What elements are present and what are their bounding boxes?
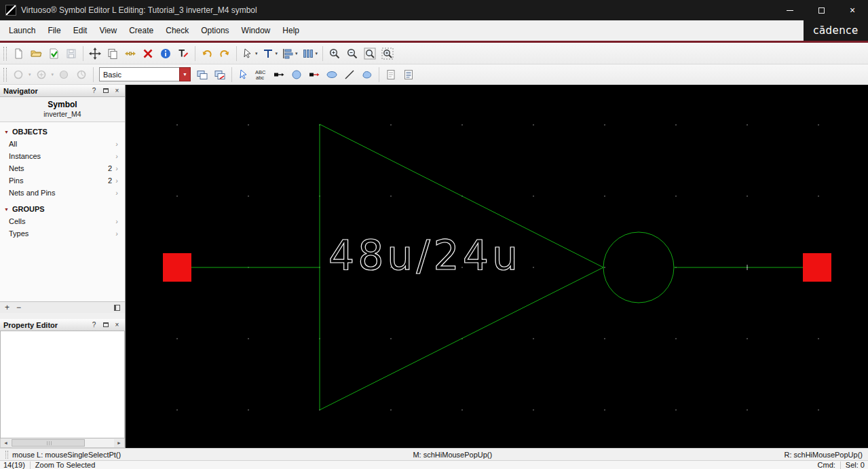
history-circle-button-3[interactable] — [55, 66, 73, 83]
scrollbar-thumb[interactable] — [12, 439, 85, 447]
expand-arrow-icon[interactable]: › — [112, 217, 121, 225]
cell-name[interactable]: inverter_M4 — [0, 110, 125, 118]
pin-red-button[interactable] — [305, 66, 323, 83]
menu-window[interactable]: Window — [235, 20, 277, 41]
maximize-icon — [818, 7, 825, 14]
expand-arrow-icon[interactable]: › — [112, 176, 121, 185]
move-button[interactable] — [86, 45, 104, 62]
undo-button[interactable] — [198, 45, 216, 62]
stacked-squares-button[interactable] — [193, 66, 211, 83]
close-panel-icon[interactable]: × — [113, 86, 121, 95]
section-groups[interactable]: ▼ GROUPS — [0, 203, 125, 215]
section-collapse-icon[interactable]: ▼ — [4, 130, 9, 134]
polygon-shape-button[interactable] — [358, 66, 376, 83]
document-lines-button[interactable] — [400, 66, 417, 83]
open-button[interactable] — [27, 45, 45, 62]
tree-row-instances[interactable]: Instances › — [0, 150, 125, 162]
align-button[interactable]: ▾ — [280, 45, 300, 62]
save-button[interactable] — [62, 45, 80, 62]
menu-view[interactable]: View — [93, 20, 123, 41]
output-pin[interactable] — [803, 253, 831, 282]
device-size-label[interactable]: 48u/24u — [328, 231, 521, 279]
float-panel-icon[interactable] — [101, 320, 110, 329]
toolbar-grip-icon[interactable] — [3, 47, 7, 60]
menu-help[interactable]: Help — [276, 20, 305, 41]
text-case-button[interactable]: ABCabc — [252, 66, 270, 83]
symbol-canvas[interactable]: 48u/24u — [126, 85, 867, 448]
section-objects[interactable]: ▼ OBJECTS — [0, 126, 125, 138]
stacked-squares-arrow-button[interactable] — [211, 66, 229, 83]
canvas-area[interactable]: 48u/24u — [126, 85, 868, 448]
check-and-save-button[interactable] — [45, 45, 62, 62]
menu-create[interactable]: Create — [123, 20, 159, 41]
menu-edit[interactable]: Edit — [67, 20, 94, 41]
property-editor-header[interactable]: Property Editor ? × — [0, 319, 125, 331]
toolbar-row2: ▾ ▾ Basic ▼ ABCabc — [0, 64, 868, 85]
stacked-squares-arrow-icon — [214, 69, 226, 81]
expand-arrow-icon[interactable]: › — [112, 229, 121, 238]
float-panel-icon[interactable] — [101, 86, 110, 95]
section-collapse-icon[interactable]: ▼ — [4, 207, 9, 212]
horizontal-scrollbar[interactable]: ◄ ► — [0, 438, 125, 448]
expand-arrow-icon[interactable]: › — [112, 140, 121, 148]
pointer-select-button[interactable] — [235, 66, 252, 83]
history-circle-button-1[interactable] — [10, 66, 27, 83]
close-panel-icon[interactable]: × — [113, 320, 121, 329]
layer-purpose-combo[interactable]: Basic ▼ — [99, 67, 191, 81]
scroll-right-icon[interactable]: ► — [114, 439, 124, 447]
input-pin[interactable] — [163, 253, 191, 282]
combo-dropdown-button[interactable]: ▼ — [179, 67, 191, 81]
pin-button[interactable] — [270, 66, 288, 83]
circle-shape-button[interactable] — [288, 66, 305, 83]
stretch-button[interactable] — [121, 45, 139, 62]
menu-file[interactable]: File — [41, 20, 67, 41]
ellipse-shape-button[interactable] — [323, 66, 341, 83]
line-shape-button[interactable] — [341, 66, 358, 83]
history-circle-button-2[interactable] — [33, 66, 50, 83]
help-icon[interactable]: ? — [90, 86, 98, 95]
tree-row-pins[interactable]: Pins 2 › — [0, 174, 125, 187]
zoom-in-button[interactable] — [326, 45, 343, 62]
redo-button[interactable] — [216, 45, 233, 62]
maximize-button[interactable] — [806, 0, 837, 20]
panel-splitter[interactable] — [0, 313, 125, 319]
expand-all-button[interactable]: + — [5, 303, 10, 312]
zoom-out-button[interactable] — [343, 45, 361, 62]
note-button[interactable] — [382, 66, 400, 83]
menu-launch[interactable]: Launch — [3, 20, 41, 41]
tree-row-all[interactable]: All › — [0, 138, 125, 150]
help-icon[interactable]: ? — [90, 320, 98, 329]
scroll-left-icon[interactable]: ◄ — [1, 439, 11, 447]
edit-labels-button[interactable] — [174, 45, 192, 62]
selection-mode-button[interactable]: ▾ — [240, 45, 260, 62]
toolbar-grip-icon[interactable] — [3, 68, 7, 81]
navigator-header[interactable]: Navigator ? × — [0, 85, 125, 97]
distribute-button[interactable]: ▾ — [300, 45, 320, 62]
add-text-button[interactable]: ▾ — [260, 45, 280, 62]
expand-arrow-icon[interactable]: › — [112, 164, 121, 172]
layer-combo-value[interactable]: Basic — [99, 67, 179, 81]
tree-row-nets-and-pins[interactable]: Nets and Pins › — [0, 187, 125, 199]
properties-button[interactable] — [157, 45, 174, 62]
save-icon — [65, 48, 77, 60]
delete-button[interactable] — [139, 45, 157, 62]
align-icon — [282, 48, 294, 60]
navigator-footer: + − — [0, 301, 125, 313]
property-editor-body[interactable] — [0, 331, 125, 438]
minimize-button[interactable] — [774, 0, 806, 20]
history-circle-button-4[interactable] — [73, 66, 90, 83]
new-button[interactable] — [10, 45, 27, 62]
expand-arrow-icon[interactable]: › — [112, 189, 121, 197]
zoom-to-selected-button[interactable] — [379, 45, 396, 62]
tree-row-nets[interactable]: Nets 2 › — [0, 162, 125, 174]
expand-arrow-icon[interactable]: › — [112, 152, 121, 160]
panel-layout-icon[interactable] — [114, 305, 120, 311]
zoom-to-fit-button[interactable] — [361, 45, 379, 62]
menu-options[interactable]: Options — [195, 20, 235, 41]
menu-check[interactable]: Check — [159, 20, 195, 41]
tree-row-types[interactable]: Types › — [0, 227, 125, 240]
tree-row-cells[interactable]: Cells › — [0, 215, 125, 227]
collapse-all-button[interactable]: − — [16, 303, 21, 312]
copy-button[interactable] — [104, 45, 121, 62]
close-button[interactable]: × — [837, 0, 868, 20]
